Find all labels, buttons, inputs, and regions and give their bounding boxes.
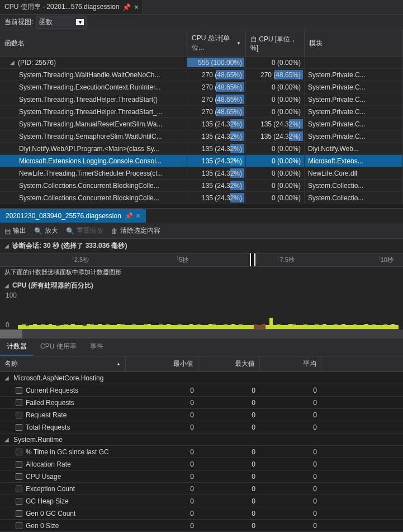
col-module[interactable]: 模块 (305, 30, 403, 56)
col-cpu-total[interactable]: CPU 总计[单位...▼ (187, 30, 246, 56)
col-avg[interactable]: 平均 (260, 356, 321, 371)
cell-module: System.Collectio... (305, 180, 403, 191)
table-row[interactable]: Microsoft.Extensions.Logging.Console.Con… (0, 155, 403, 167)
table-row[interactable]: System.Threading.ThreadHelper.ThreadStar… (0, 106, 403, 118)
cell-cpu-total: 270 (48.65%) (187, 81, 246, 93)
table-row[interactable]: System.Collections.Concurrent.BlockingCo… (0, 192, 403, 204)
counter-row[interactable]: Failed Requests000 (0, 397, 403, 409)
cell-self-cpu: 135 (24.32%) (246, 118, 305, 130)
counter-max-cell: 0 (198, 471, 260, 482)
counter-name-cell: % Time in GC since last GC (0, 446, 126, 458)
output-button[interactable]: ▤输出 (4, 226, 26, 236)
cpu-bar (361, 325, 364, 329)
counter-name-cell: GC Heap Size (0, 496, 126, 507)
counter-checkbox[interactable] (16, 412, 22, 418)
counter-group-row[interactable]: ◢System.Runtime (0, 434, 403, 446)
timeline-selection[interactable] (250, 253, 255, 266)
zoom-in-button[interactable]: 🔍放大 (34, 226, 58, 236)
scroll-thumb[interactable] (0, 329, 22, 338)
table-row[interactable]: System.Threading.SemaphoreSlim.WaitUntil… (0, 130, 403, 143)
counter-row[interactable]: % Time in GC since last GC000 (0, 446, 403, 458)
cell-module: System.Collectio... (305, 192, 403, 204)
table-row[interactable]: System.Threading.ManualResetEventSlim.Wa… (0, 118, 403, 130)
counter-checkbox[interactable] (16, 522, 22, 529)
counter-checkbox[interactable] (16, 486, 22, 492)
counter-checkbox[interactable] (16, 399, 22, 406)
cpu-graph[interactable]: 100 0 (18, 291, 399, 329)
counter-row[interactable]: GC Heap Size000 (0, 495, 403, 507)
counter-group-row[interactable]: ◢Microsoft.AspNetCore.Hosting (0, 372, 403, 384)
counter-checkbox[interactable] (16, 473, 22, 480)
table-row[interactable]: System.Threading.ThreadHelper.ThreadStar… (0, 93, 403, 106)
close-icon[interactable]: × (136, 212, 140, 220)
table-row[interactable]: ◢ (PID: 25576)555 (100.00%)0 (0.00%) (0, 57, 403, 69)
expand-icon[interactable]: ◢ (4, 436, 10, 442)
counter-checkbox[interactable] (16, 387, 22, 394)
cpu-bar (227, 325, 231, 329)
cell-function-name: System.Threading.SemaphoreSlim.WaitUntil… (0, 130, 187, 142)
diagnostic-tabs: 计数器 CPU 使用率 事件 (0, 338, 403, 356)
cell-module: System.Private.C... (305, 81, 403, 93)
counter-name-cell: Total Requests (0, 422, 126, 433)
cpu-bar (163, 325, 167, 329)
counter-checkbox[interactable] (16, 449, 22, 455)
cpu-bar (334, 324, 338, 329)
counter-row[interactable]: Allocation Rate000 (0, 458, 403, 470)
clear-selection-button[interactable]: 🗑清除选定内容 (111, 226, 160, 236)
tab-cpu-usage[interactable]: CPU 使用率 - 20201...576.diagsession 📌 × (0, 0, 143, 14)
timeline-ruler[interactable]: 2.5秒5秒7.5秒10秒 (0, 253, 403, 267)
session-info: ◢ 诊断会话: 30 秒 (选择了 333.036 毫秒) (0, 239, 403, 253)
session-info-text: 诊断会话: 30 秒 (选择了 333.036 毫秒) (12, 241, 127, 251)
cell-self-cpu: 0 (0.00%) (246, 81, 305, 93)
counter-checkbox[interactable] (16, 510, 22, 517)
col-max[interactable]: 最大值 (198, 356, 260, 371)
counter-row[interactable]: Gen 0 Size000 (0, 520, 403, 532)
cpu-bar (349, 325, 353, 329)
col-function-name[interactable]: 函数名 (0, 30, 187, 56)
tab-counters[interactable]: 计数器 (0, 338, 34, 356)
view-label: 当前视图: (4, 17, 33, 27)
pin-icon[interactable]: 📌 (125, 212, 133, 220)
col-counter-name[interactable]: 名称▲ (0, 356, 126, 371)
table-row[interactable]: System.Collections.Concurrent.BlockingCo… (0, 180, 403, 192)
expand-icon[interactable]: ◢ (10, 59, 16, 65)
cpu-bar (307, 325, 311, 329)
pin-icon[interactable]: 📌 (122, 3, 131, 11)
col-self-cpu[interactable]: 自 CPU [单位，%] (246, 30, 305, 56)
table-row[interactable]: System.Threading.WaitHandle.WaitOneNoCh.… (0, 69, 403, 81)
counter-checkbox[interactable] (16, 424, 22, 431)
cell-cpu-total: 270 (48.65%) (187, 69, 246, 81)
counter-row[interactable]: Request Rate000 (0, 409, 403, 421)
cell-self-cpu: 0 (0.00%) (246, 180, 305, 191)
cell-function-name: System.Threading.WaitHandle.WaitOneNoCh.… (0, 69, 187, 81)
counter-checkbox[interactable] (16, 461, 22, 468)
counter-row[interactable]: Total Requests000 (0, 421, 403, 434)
tab-events[interactable]: 事件 (83, 338, 110, 356)
cpu-bar (269, 318, 273, 329)
cpu-bar (125, 325, 129, 329)
cell-function-name: Microsoft.Extensions.Logging.Console.Con… (0, 155, 187, 167)
cpu-bar (155, 325, 159, 329)
expand-icon[interactable]: ◢ (4, 243, 10, 249)
counter-row[interactable]: Current Requests000 (0, 384, 403, 397)
cpu-bar (98, 324, 102, 329)
tab-cpu-usage[interactable]: CPU 使用率 (34, 338, 83, 356)
function-table: 函数名 CPU 总计[单位...▼ 自 CPU [单位，%] 模块 ◢ (PID… (0, 30, 403, 204)
expand-icon[interactable]: ◢ (4, 283, 10, 289)
col-min[interactable]: 最小值 (126, 356, 198, 371)
counter-checkbox[interactable] (16, 498, 22, 505)
close-icon[interactable]: × (134, 3, 138, 11)
counter-row[interactable]: CPU Usage000 (0, 470, 403, 483)
view-dropdown[interactable]: 函数 ▾ (36, 16, 87, 29)
table-row[interactable]: System.Threading.ExecutionContext.RunInt… (0, 81, 403, 93)
counter-min-cell: 0 (126, 520, 198, 531)
reset-zoom-button[interactable]: 🔍重置缩放 (66, 226, 103, 236)
cpu-bar (380, 325, 383, 329)
session-tab[interactable]: 20201230_083940_25576.diagsession 📌 × (0, 209, 146, 223)
expand-icon[interactable]: ◢ (4, 375, 10, 381)
counter-row[interactable]: Exception Count000 (0, 483, 403, 495)
table-row[interactable]: NewLife.Threading.TimerScheduler.Process… (0, 167, 403, 180)
horizontal-scrollbar[interactable] (0, 329, 403, 338)
table-row[interactable]: Diyi.Notify.WebAPI.Program.<Main>(class … (0, 143, 403, 155)
counter-row[interactable]: Gen 0 GC Count000 (0, 507, 403, 520)
